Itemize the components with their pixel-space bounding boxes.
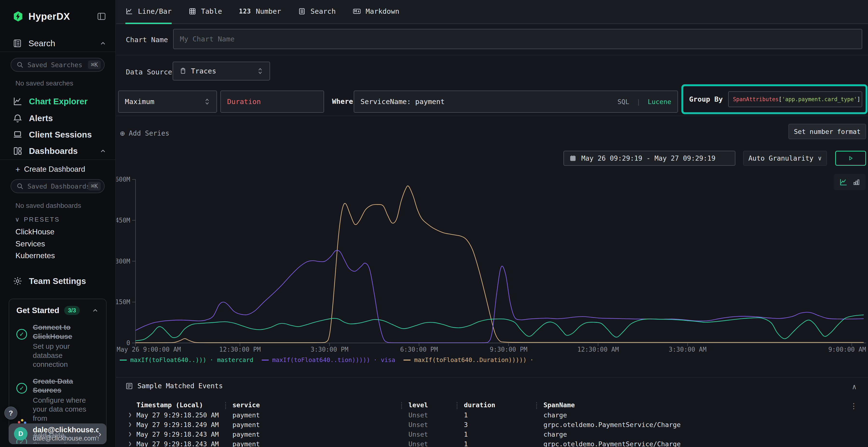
sidebar-collapse-button[interactable]: [96, 11, 106, 22]
sidebar-item-label: Alerts: [29, 113, 53, 123]
group-by-close-bracket: ]: [857, 96, 860, 102]
chart-line-icon: [12, 96, 23, 106]
get-started-item[interactable]: ✓ Create Data SourcesConfigure where you…: [17, 377, 99, 423]
sidebar-item-team-settings[interactable]: Team Settings: [12, 274, 106, 288]
saved-searches-input[interactable]: [28, 61, 88, 69]
data-source-select[interactable]: Traces: [173, 62, 270, 80]
get-started-progress-badge: 3/3: [64, 306, 80, 315]
add-series-label: Add Series: [129, 129, 169, 137]
tab-markdown[interactable]: Markdown: [353, 0, 400, 24]
sidebar-item-client-sessions[interactable]: Client Sessions: [12, 128, 106, 142]
table-row[interactable]: ❯ May 27 9:29:18.249 AM payment Unset 3 …: [116, 421, 868, 431]
saved-dashboards-search[interactable]: ⌘K: [10, 179, 105, 193]
select-chevrons-icon: [257, 67, 263, 75]
chevron-up-icon: [99, 40, 106, 47]
events-header-row: Timestamp (Local) service level duration…: [116, 401, 868, 411]
calendar-icon: [569, 154, 577, 162]
group-by-open-bracket: [: [779, 96, 782, 102]
legend-item[interactable]: maxIf(toFloat640..Duration))))) ·: [403, 356, 534, 364]
divider: [116, 115, 868, 116]
dashboard-grid-icon: [12, 146, 23, 156]
row-expand-chevron-icon[interactable]: ❯: [128, 421, 132, 428]
legend-group-name: ·: [530, 356, 534, 364]
search-icon: [17, 182, 24, 190]
tab-line-bar[interactable]: Line/Bar: [125, 0, 172, 24]
group-by-highlight: Group By SpanAttributes['app.payment.car…: [681, 84, 868, 114]
preset-clickhouse[interactable]: ClickHouse: [16, 227, 55, 236]
row-expand-chevron-icon[interactable]: ❯: [128, 431, 132, 437]
column-header[interactable]: SpanName: [544, 401, 575, 409]
preset-kubernetes[interactable]: Kubernetes: [16, 251, 55, 260]
create-dashboard-button[interactable]: + Create Dashboard: [16, 163, 106, 175]
chart-legend: maxIf(toFloat640..))) · mastercardmaxIf(…: [120, 356, 866, 364]
get-started-item[interactable]: ✓ Connect to ClickHouseSet up your datab…: [17, 323, 99, 369]
sidebar-item-chart-explorer[interactable]: Chart Explorer: [12, 94, 106, 108]
get-started-item-title: Create Data Sources: [33, 377, 73, 394]
legend-item[interactable]: maxIf(toFloat640..))) · mastercard: [120, 356, 253, 364]
legend-item[interactable]: maxIf(toFloat640..tion))))) · visa: [261, 356, 396, 364]
chart-canvas: 0150M300M450M600MMay 26 9:00:00 AM12:30:…: [116, 169, 868, 356]
check-circle-icon: ✓: [17, 383, 27, 393]
cell-timestamp: May 27 9:29:18.249 AM: [136, 421, 219, 428]
cell-spanname: charge: [544, 411, 567, 419]
where-label: Where: [332, 97, 353, 105]
group-by-field[interactable]: SpanAttributes['app.payment.card_type']: [728, 91, 862, 107]
preset-services[interactable]: Services: [16, 239, 45, 248]
chart-type-tabbar: Line/Bar Table 123 Number Search Markdow…: [116, 0, 868, 24]
sample-events-panel: Sample Matched Events ∧ ⋮ Timestamp (Loc…: [116, 377, 868, 447]
aggregation-select[interactable]: Maximum: [118, 91, 217, 113]
tab-label: Markdown: [366, 7, 400, 15]
row-expand-chevron-icon[interactable]: ❯: [128, 411, 132, 418]
svg-text:9:00:00 AM: 9:00:00 AM: [828, 346, 866, 353]
column-separator: [401, 402, 402, 409]
presets-header[interactable]: ∨ PRESETS: [15, 216, 60, 223]
table-row[interactable]: ❯ May 27 9:29:18.243 AM payment Unset 1 …: [116, 431, 868, 440]
panel-collapse-chevron-icon[interactable]: ∧: [852, 382, 857, 391]
data-source-value: Traces: [191, 67, 216, 75]
field-select[interactable]: Duration: [220, 91, 324, 113]
sidebar-item-dashboards[interactable]: Dashboards: [12, 144, 106, 158]
play-icon: [847, 155, 854, 161]
sql-toggle[interactable]: SQL: [618, 98, 629, 105]
svg-text:150M: 150M: [116, 299, 130, 306]
column-header[interactable]: level: [408, 401, 428, 409]
chart-name-input[interactable]: [180, 35, 856, 43]
timeseries-chart[interactable]: 0150M300M450M600MMay 26 9:00:00 AM12:30:…: [116, 169, 868, 356]
sidebar-item-label: Client Sessions: [29, 130, 92, 139]
help-button[interactable]: ?: [4, 407, 18, 419]
add-series-button[interactable]: ⊕ Add Series: [120, 126, 169, 141]
column-header[interactable]: Timestamp (Local): [136, 401, 203, 409]
table-row[interactable]: ❯ May 27 9:29:18.250 AM payment Unset 1 …: [116, 411, 868, 421]
list-panel-icon: [125, 382, 133, 390]
set-number-format-label: Set number format: [794, 128, 861, 135]
chevron-up-icon[interactable]: [92, 307, 99, 314]
set-number-format-button[interactable]: Set number format: [788, 124, 866, 139]
toggle-separator: |: [633, 98, 644, 105]
cell-spanname: charge: [544, 431, 567, 438]
tab-search[interactable]: Search: [298, 0, 336, 24]
check-circle-icon: ✓: [17, 329, 27, 340]
run-query-button[interactable]: [835, 151, 866, 166]
column-header[interactable]: duration: [464, 401, 495, 409]
svg-text:300M: 300M: [116, 258, 130, 265]
svg-text:6:30:00 PM: 6:30:00 PM: [400, 346, 438, 353]
column-header[interactable]: service: [232, 401, 260, 409]
table-row[interactable]: ❯ May 27 9:29:18.243 AM payment Unset 1 …: [116, 440, 868, 447]
sidebar-section-search[interactable]: Search: [12, 37, 106, 50]
tab-table[interactable]: Table: [189, 0, 222, 24]
row-expand-chevron-icon[interactable]: ❯: [128, 440, 132, 447]
date-range-picker[interactable]: May 26 09:29:19 - May 27 09:29:19: [563, 151, 735, 166]
saved-dashboards-input[interactable]: [28, 182, 88, 190]
lucene-toggle[interactable]: Lucene: [648, 98, 671, 105]
saved-searches-search[interactable]: ⌘K: [10, 58, 105, 72]
where-field[interactable]: ServiceName: payment SQL | Lucene: [354, 91, 678, 113]
divider: [0, 160, 115, 160]
app-root: HyperDX Search ⌘K No saved searches Char…: [0, 0, 868, 447]
query-language-toggle[interactable]: SQL | Lucene: [618, 98, 671, 105]
tab-number[interactable]: 123 Number: [239, 0, 281, 24]
granularity-select[interactable]: Auto Granularity ∨: [743, 151, 827, 166]
sidebar-item-alerts[interactable]: Alerts: [12, 111, 106, 125]
user-menu[interactable]: D dale@clickhouse.com dale@clickhouse.co…: [9, 423, 106, 444]
svg-text:450M: 450M: [116, 217, 130, 224]
svg-text:0: 0: [126, 339, 130, 347]
